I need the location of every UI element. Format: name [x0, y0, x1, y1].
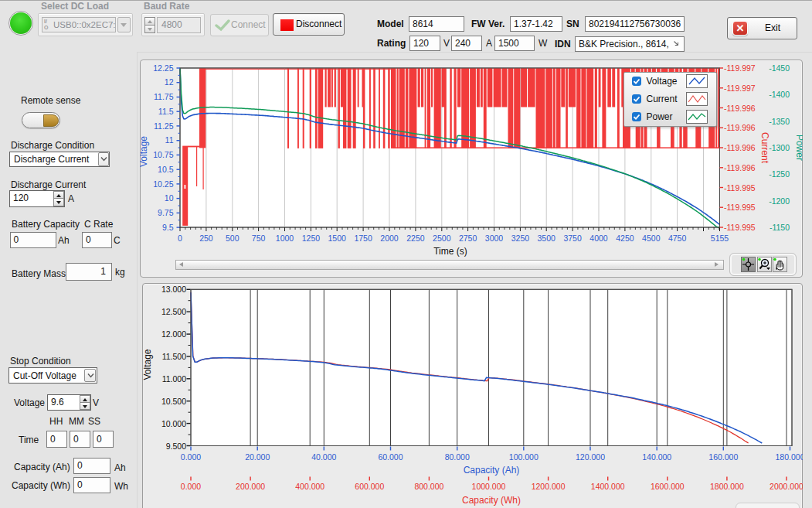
svg-text:100.000: 100.000	[509, 452, 539, 462]
svg-text:4250: 4250	[616, 234, 634, 243]
svg-text:3750: 3750	[563, 234, 582, 243]
svg-text:-119.995: -119.995	[724, 183, 756, 193]
svg-text:400.000: 400.000	[295, 482, 324, 491]
svg-text:12: 12	[165, 77, 174, 87]
svg-text:Capacity (Ah): Capacity (Ah)	[464, 465, 520, 476]
svg-text:1400.000: 1400.000	[591, 482, 625, 491]
svg-text:2500: 2500	[433, 234, 451, 243]
svg-text:-119.996: -119.996	[724, 104, 756, 113]
svg-text:250: 250	[199, 234, 213, 243]
svg-text:-119.995: -119.995	[724, 223, 756, 232]
svg-text:12.000: 12.000	[161, 329, 186, 339]
svg-text:0.000: 0.000	[181, 482, 201, 491]
svg-text:Time (s): Time (s)	[433, 246, 467, 257]
svg-text:1500: 1500	[328, 234, 347, 243]
svg-text:11.5: 11.5	[158, 107, 174, 116]
svg-text:Power: Power	[794, 135, 803, 161]
svg-text:140.000: 140.000	[642, 452, 671, 462]
svg-text:5155: 5155	[711, 234, 729, 243]
svg-text:9.75: 9.75	[158, 208, 174, 217]
svg-text:12.500: 12.500	[161, 307, 186, 316]
svg-text:3500: 3500	[538, 234, 556, 243]
svg-text:3000: 3000	[485, 234, 504, 243]
svg-text:Voltage: Voltage	[142, 349, 153, 380]
svg-text:-1150: -1150	[770, 223, 790, 232]
svg-text:-119.997: -119.997	[724, 84, 756, 93]
svg-text:600.000: 600.000	[355, 482, 384, 491]
svg-text:1000: 1000	[276, 234, 294, 243]
svg-text:160.000: 160.000	[708, 452, 738, 462]
svg-text:-1300: -1300	[769, 143, 790, 152]
svg-text:0.000: 0.000	[181, 452, 201, 462]
svg-text:3250: 3250	[511, 234, 530, 243]
svg-text:-1450: -1450	[769, 63, 790, 73]
svg-text:20.000: 20.000	[245, 452, 270, 462]
svg-text:-1250: -1250	[769, 169, 790, 179]
svg-text:9.5: 9.5	[162, 223, 174, 232]
svg-text:-119.995: -119.995	[724, 203, 756, 212]
svg-text:500: 500	[226, 234, 240, 243]
svg-text:10.000: 10.000	[161, 419, 186, 428]
svg-text:2000.000: 2000.000	[770, 482, 803, 491]
svg-text:-1350: -1350	[769, 117, 790, 126]
svg-text:80.000: 80.000	[445, 452, 470, 462]
svg-text:4750: 4750	[668, 234, 687, 243]
svg-text:11.25: 11.25	[154, 121, 174, 131]
svg-text:10.25: 10.25	[153, 179, 173, 189]
svg-text:0: 0	[178, 234, 182, 243]
svg-text:10: 10	[165, 193, 174, 203]
svg-text:1200.000: 1200.000	[532, 482, 566, 491]
svg-text:180.000: 180.000	[776, 452, 803, 462]
svg-text:-1200: -1200	[769, 196, 790, 206]
svg-text:60.000: 60.000	[378, 452, 403, 462]
svg-text:-119.996: -119.996	[724, 143, 756, 152]
svg-text:11.75: 11.75	[154, 92, 174, 101]
svg-text:12.25: 12.25	[153, 63, 173, 73]
svg-text:10.75: 10.75	[153, 150, 173, 159]
svg-text:Voltage: Voltage	[140, 136, 149, 167]
svg-text:800.000: 800.000	[414, 482, 443, 491]
svg-text:120.000: 120.000	[576, 452, 605, 462]
svg-text:13.000: 13.000	[161, 285, 186, 294]
svg-text:2250: 2250	[406, 234, 425, 243]
svg-text:4000: 4000	[589, 234, 608, 243]
svg-text:40.000: 40.000	[311, 452, 336, 462]
svg-text:1000.000: 1000.000	[472, 482, 506, 491]
svg-text:-1400: -1400	[769, 90, 790, 99]
svg-text:Capacity (Wh): Capacity (Wh)	[462, 495, 521, 506]
svg-text:11.500: 11.500	[162, 352, 186, 361]
svg-text:1250: 1250	[302, 234, 321, 243]
svg-text:1750: 1750	[354, 234, 372, 243]
svg-text:10.500: 10.500	[161, 397, 186, 406]
svg-text:1600.000: 1600.000	[651, 482, 685, 491]
svg-text:9.500: 9.500	[166, 442, 186, 451]
svg-text:1800.000: 1800.000	[710, 482, 744, 491]
svg-text:-119.996: -119.996	[724, 123, 756, 132]
svg-text:-119.997: -119.997	[724, 63, 756, 73]
svg-text:-119.996: -119.996	[724, 163, 756, 172]
svg-text:200.000: 200.000	[236, 482, 265, 491]
svg-text:2000: 2000	[380, 234, 399, 243]
svg-text:2750: 2750	[459, 234, 477, 243]
svg-text:750: 750	[252, 234, 266, 243]
svg-text:4500: 4500	[642, 234, 661, 243]
svg-text:10.5: 10.5	[158, 165, 174, 174]
svg-text:11.000: 11.000	[162, 374, 186, 384]
svg-text:11: 11	[165, 135, 174, 145]
